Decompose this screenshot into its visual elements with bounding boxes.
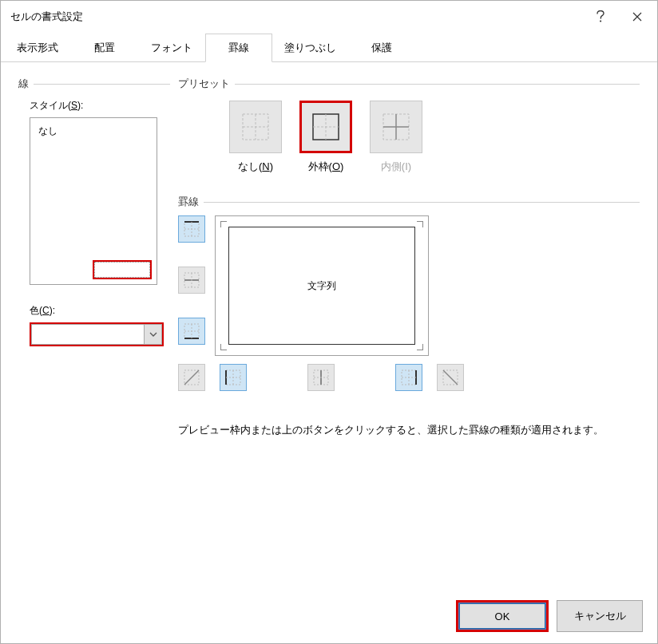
hint-text: プレビュー枠内または上のボタンをクリックすると、選択した罫線の種類が適用されます… bbox=[178, 423, 640, 437]
preset-none-button[interactable] bbox=[229, 101, 282, 153]
tab-alignment[interactable]: 配置 bbox=[71, 34, 138, 62]
border-section: 罫線 bbox=[178, 195, 640, 391]
preset-inside: 内側(I) bbox=[370, 101, 422, 174]
border-diag-up-icon bbox=[182, 368, 201, 387]
chevron-down-icon bbox=[149, 332, 157, 337]
cancel-button[interactable]: キャンセル bbox=[557, 600, 643, 632]
close-button[interactable] bbox=[619, 2, 656, 31]
style-option-none[interactable]: なし bbox=[38, 124, 57, 138]
preset-group-header: プリセット bbox=[178, 77, 640, 91]
line-group-header: 線 bbox=[18, 77, 170, 91]
line-panel: 線 スタイル(S): なし 色(C): bbox=[18, 77, 170, 346]
dialog-window: セルの書式設定 表示形式 配置 フォント 罫線 塗りつぶし 保護 線 bbox=[0, 0, 658, 644]
border-group-header: 罫線 bbox=[178, 195, 640, 209]
tab-protection[interactable]: 保護 bbox=[348, 34, 415, 62]
svg-line-22 bbox=[184, 370, 199, 385]
line-group-label: 線 bbox=[18, 77, 34, 91]
titlebar: セルの書式設定 bbox=[1, 1, 657, 33]
color-label: 色(C): bbox=[30, 304, 162, 318]
color-value bbox=[32, 325, 144, 344]
preview-text: 文字列 bbox=[307, 279, 336, 293]
border-vmiddle-button[interactable] bbox=[307, 364, 335, 391]
tab-bar: 表示形式 配置 フォント 罫線 塗りつぶし 保護 bbox=[1, 33, 657, 62]
preset-outline-button[interactable] bbox=[299, 101, 352, 153]
border-diag-down-icon bbox=[441, 368, 460, 387]
border-right-icon bbox=[399, 368, 418, 387]
border-preview[interactable]: 文字列 bbox=[215, 215, 429, 356]
border-diag-down-button[interactable] bbox=[437, 364, 464, 391]
border-top-button[interactable] bbox=[178, 215, 205, 243]
dialog-content: 線 スタイル(S): なし 色(C): bbox=[1, 62, 657, 643]
border-vmiddle-icon bbox=[311, 368, 331, 387]
help-button[interactable] bbox=[582, 2, 619, 31]
preset-none-label: なし(N) bbox=[238, 160, 273, 174]
border-hmiddle-icon bbox=[182, 271, 201, 290]
preset-row: なし(N) 外枠(O) bbox=[229, 101, 640, 174]
border-left-buttons bbox=[178, 215, 205, 356]
ok-button-highlight: OK bbox=[456, 600, 549, 632]
tab-display-format[interactable]: 表示形式 bbox=[4, 34, 71, 62]
border-bottom-buttons bbox=[178, 364, 640, 391]
border-none-icon bbox=[240, 111, 272, 143]
tab-fill[interactable]: 塗りつぶし bbox=[272, 34, 348, 62]
preset-outline: 外枠(O) bbox=[299, 101, 352, 174]
border-bottom-icon bbox=[182, 322, 201, 341]
style-selected-swatch[interactable] bbox=[93, 260, 152, 279]
preset-none: なし(N) bbox=[229, 101, 282, 174]
preset-inside-button[interactable] bbox=[370, 101, 422, 153]
border-bottom-button[interactable] bbox=[178, 318, 205, 345]
border-body: 文字列 bbox=[178, 215, 640, 356]
border-right-button[interactable] bbox=[395, 364, 422, 391]
preset-inside-label: 内側(I) bbox=[381, 160, 411, 174]
dialog-buttons: OK キャンセル bbox=[456, 600, 643, 632]
style-label: スタイル(S): bbox=[30, 99, 162, 113]
style-listbox[interactable]: なし bbox=[30, 117, 157, 285]
border-hmiddle-button[interactable] bbox=[178, 267, 205, 294]
border-outline-icon bbox=[310, 111, 342, 143]
border-diag-up-button[interactable] bbox=[178, 364, 205, 391]
preview-cell: 文字列 bbox=[228, 227, 415, 345]
tab-border[interactable]: 罫線 bbox=[205, 34, 272, 62]
border-group-label: 罫線 bbox=[178, 195, 204, 209]
border-inside-icon bbox=[380, 111, 412, 143]
help-icon bbox=[596, 10, 605, 23]
cancel-label: キャンセル bbox=[574, 609, 626, 623]
color-combo-highlight bbox=[30, 322, 164, 346]
close-icon bbox=[632, 12, 642, 22]
border-top-icon bbox=[182, 219, 201, 239]
svg-line-35 bbox=[443, 370, 458, 385]
svg-point-0 bbox=[600, 20, 601, 22]
border-left-icon bbox=[224, 368, 243, 387]
dialog-title: セルの書式設定 bbox=[10, 10, 582, 24]
color-dropdown-button[interactable] bbox=[144, 325, 161, 344]
ok-label: OK bbox=[495, 610, 510, 622]
tab-font[interactable]: フォント bbox=[138, 34, 205, 62]
preset-group-label: プリセット bbox=[178, 77, 235, 91]
preset-outline-label: 外枠(O) bbox=[308, 160, 344, 174]
right-area: プリセット なし(N) bbox=[178, 77, 640, 437]
color-combobox[interactable] bbox=[31, 324, 162, 345]
border-left-button[interactable] bbox=[220, 364, 247, 391]
ok-button[interactable]: OK bbox=[458, 603, 546, 630]
